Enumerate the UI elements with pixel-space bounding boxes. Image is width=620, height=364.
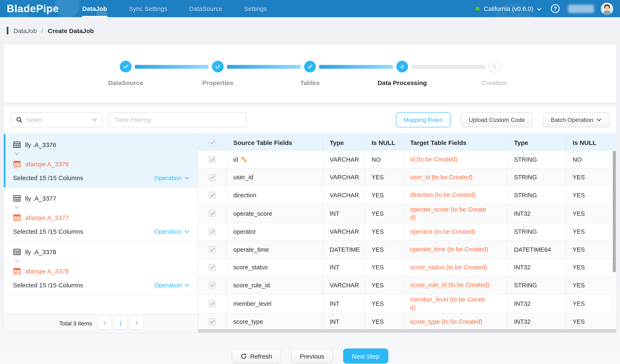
operation-link[interactable]: Operation xyxy=(154,174,189,181)
table-pair-item[interactable]: lly .A_3376afanqie A_3376Selected 15 /15… xyxy=(4,134,198,188)
avatar[interactable] xyxy=(601,2,613,15)
operation-link[interactable]: Operation xyxy=(154,228,189,235)
target-isnull: NO xyxy=(573,156,582,163)
row-checkbox[interactable] xyxy=(209,156,216,163)
region-selector[interactable]: California (v0.6.0) xyxy=(484,5,542,12)
cell-source-field: operate_score xyxy=(227,204,323,223)
cell-source-type: VARCHAR xyxy=(323,186,365,204)
cell-source-type: VARCHAR xyxy=(323,276,365,294)
nav-item-datajob[interactable]: DataJob xyxy=(71,0,118,17)
cell-target-field: score_rule_id (to be Created) xyxy=(403,276,507,294)
brand-logo[interactable]: BladePipe xyxy=(7,2,59,15)
header-target-type: Type xyxy=(507,134,566,151)
cell-target-isnull: NO xyxy=(566,151,616,168)
target-type: STRING xyxy=(514,192,537,198)
selection-summary-row: Selected 15 /15 ColumnsOperation xyxy=(13,227,189,236)
previous-label: Previous xyxy=(300,352,324,360)
cell-source-isnull: YES xyxy=(365,204,403,223)
row-checkbox[interactable] xyxy=(209,228,216,235)
help-icon[interactable]: ? xyxy=(551,4,560,13)
previous-button[interactable]: Previous xyxy=(291,349,333,364)
batch-operation-button[interactable]: Batch Operation xyxy=(543,112,609,127)
step-datasource: DataSource xyxy=(80,61,172,86)
cell-source-type: INT xyxy=(323,294,365,313)
source-field-name: score_status xyxy=(233,264,268,271)
table-pair-item[interactable]: lly .A_3378afanqie A_3378Selected 15 /15… xyxy=(4,241,198,295)
target-isnull: YES xyxy=(573,300,585,307)
cell-source-isnull: YES xyxy=(365,276,403,294)
vertical-scrollbar xyxy=(612,151,616,329)
cell-target-isnull: YES xyxy=(566,169,616,186)
nav-menu: DataJobSync SettingsDataSourceSettings xyxy=(71,0,278,17)
nav-item-sync-settings[interactable]: Sync Settings xyxy=(118,0,178,17)
step-label: DataSource xyxy=(108,79,143,86)
row-checkbox[interactable] xyxy=(209,282,216,289)
chevron-down-icon xyxy=(537,6,542,12)
table-pair-item[interactable]: lly .A_3377afanqie A_3377Selected 15 /15… xyxy=(4,188,198,241)
row-checkbox[interactable] xyxy=(209,174,216,181)
map-direction-row xyxy=(13,204,189,211)
pagination-prev-button[interactable] xyxy=(99,318,111,329)
row-checkbox[interactable] xyxy=(209,246,216,253)
horizontal-scrollbar[interactable] xyxy=(198,329,616,333)
source-type: VARCHAR xyxy=(330,228,359,235)
step-check-icon[interactable] xyxy=(304,61,316,73)
pagination-page-button[interactable]: 1 xyxy=(115,318,126,329)
target-type: STRING xyxy=(514,228,537,235)
step-indicator-row: 4 xyxy=(356,61,448,73)
row-checkbox[interactable] xyxy=(209,318,216,325)
nav-item-settings[interactable]: Settings xyxy=(233,0,278,17)
row-checkbox[interactable] xyxy=(209,192,216,199)
cell-target-field: direction (to be Created) xyxy=(403,186,507,204)
page: BladePipe DataJobSync SettingsDataSource… xyxy=(0,0,620,364)
cell-source-type: DATETIME xyxy=(323,241,365,258)
chevron-down-icon xyxy=(184,229,189,234)
target-isnull: YES xyxy=(573,264,585,271)
step-number-badge[interactable]: 4 xyxy=(396,61,408,73)
refresh-button[interactable]: Refresh xyxy=(232,349,281,364)
row-checkbox[interactable] xyxy=(209,264,216,271)
cell-target-field: operate_score (to be Created) xyxy=(403,204,507,223)
table-row: directionVARCHARYESdirection (to be Crea… xyxy=(198,186,616,204)
cell-target-type: INT32 xyxy=(507,259,566,276)
map-direction-row xyxy=(13,258,189,265)
step-check-icon[interactable] xyxy=(212,61,224,73)
source-isnull: YES xyxy=(372,246,384,253)
target-type: INT32 xyxy=(514,300,530,307)
source-table-row: lly .A_3376 xyxy=(13,139,189,150)
source-isnull: YES xyxy=(372,282,384,288)
target-table-row: afanqie A_3377 xyxy=(13,212,189,222)
pagination-next-button[interactable] xyxy=(131,318,142,329)
mapping-rules-button[interactable]: Mapping Rules xyxy=(396,112,451,127)
cell-target-field: score_status (to be Created) xyxy=(403,259,507,276)
nav-item-datasource[interactable]: DataSource xyxy=(178,0,233,17)
breadcrumb-parent[interactable]: DataJob xyxy=(13,27,37,34)
step-creation: 5Creation xyxy=(448,61,540,86)
next-step-button[interactable]: Next Step xyxy=(343,349,388,364)
step-number-badge[interactable]: 5 xyxy=(488,61,500,73)
table-select-dropdown[interactable]: Select xyxy=(11,112,103,127)
cell-target-isnull: YES xyxy=(566,186,616,204)
source-type: VARCHAR xyxy=(330,156,359,163)
step-label: Data Processing xyxy=(377,79,427,86)
source-field-name: user_id xyxy=(233,174,253,181)
step-check-icon[interactable] xyxy=(120,61,132,73)
row-checkbox[interactable] xyxy=(209,210,216,217)
select-all-checkbox[interactable] xyxy=(209,139,216,146)
source-field-name: direction xyxy=(233,192,256,198)
vertical-scrollbar-thumb[interactable] xyxy=(613,151,616,272)
row-checkbox[interactable] xyxy=(209,300,216,307)
table-pair-list-filler xyxy=(4,295,198,314)
cell-source-type: INT xyxy=(323,313,365,331)
operation-link[interactable]: Operation xyxy=(154,281,189,288)
table-filter-input[interactable] xyxy=(108,112,247,127)
table-row: member_levelINTYESmember_level (to be Cr… xyxy=(198,294,616,313)
upload-custom-code-button[interactable]: Upload Custom Code xyxy=(461,112,533,127)
step-indicator-row xyxy=(172,61,264,73)
target-isnull: YES xyxy=(573,174,585,181)
chevron-down-icon xyxy=(184,176,189,181)
table-row: score_statusINTYESscore_status (to be Cr… xyxy=(198,259,616,276)
source-type: VARCHAR xyxy=(330,282,359,288)
source-table-name: lly .A_3378 xyxy=(25,248,56,255)
row-checkbox-cell xyxy=(198,151,227,168)
